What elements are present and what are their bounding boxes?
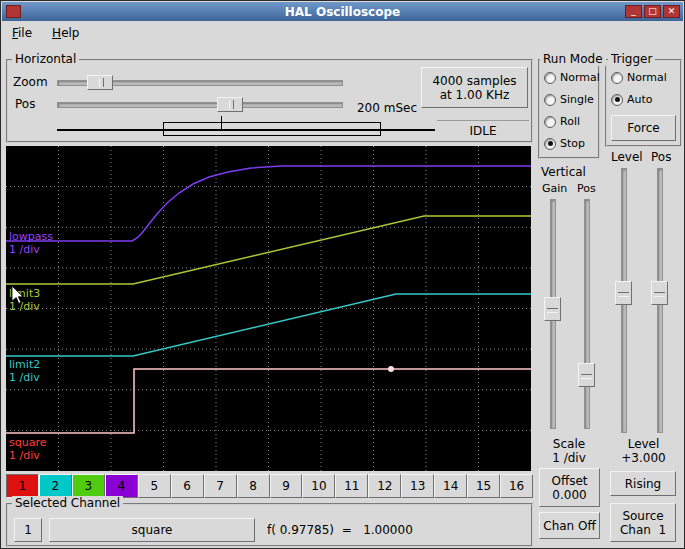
channel-button-16[interactable]: 16 [500,474,533,498]
record-view-window[interactable] [163,122,381,136]
offset-button[interactable]: Offset 0.000 [539,468,600,507]
offset-line-1: Offset [551,474,587,488]
channel-button-11[interactable]: 11 [335,474,368,498]
trigger-pos-slider-handle[interactable] [651,281,668,305]
channel-button-5[interactable]: 5 [138,474,171,498]
trigger-point-marker [388,366,394,372]
trigger-level-title: Level [605,437,682,451]
channel-button-15[interactable]: 15 [467,474,500,498]
trigger-level-slider-label: Level [611,150,643,164]
radio-dot [544,116,556,128]
radio-dot [611,72,623,84]
selected-channel-source-button[interactable]: square [49,518,255,542]
titlebar[interactable]: HAL Oscilloscope _ □ ✕ [2,2,683,21]
trigger-edge-button[interactable]: Rising [610,471,676,496]
radio-label: Normal [627,71,667,84]
channel-button-1[interactable]: 1 [6,474,39,498]
rate-line-1: 200 mSec [339,101,417,116]
radio-dot [611,94,623,106]
hpos-slider-track[interactable] [57,102,343,108]
vertical-group-label: Vertical [541,165,586,179]
trigger-pos-slider-label: Pos [651,150,671,164]
source-line-2: Chan 1 [620,523,666,537]
channel-button-7[interactable]: 7 [204,474,237,498]
run-mode-roll-radio[interactable]: Roll [544,115,580,128]
mouse-cursor [11,285,27,307]
samples-button[interactable]: 4000 samples at 1.00 KHz [421,67,528,108]
vpos-slider-label: Pos [577,182,596,195]
minimize-button[interactable]: _ [625,5,642,18]
radio-dot [544,94,556,106]
trace-label-limit2: limit21 /div [9,358,40,384]
source-line-1: Source [622,509,663,523]
menubar: File Help [2,21,683,45]
trigger-position-tick [221,116,222,130]
channel-button-2[interactable]: 2 [39,474,72,498]
channel-buttons-row: 12345678910111213141516 [6,474,533,498]
menu-file[interactable]: File [12,26,32,40]
selected-channel-number-button[interactable]: 1 [14,518,42,542]
channel-button-10[interactable]: 10 [302,474,335,498]
trigger-normal-radio[interactable]: Normal [611,71,667,84]
offset-line-2: 0.000 [552,488,586,502]
channel-button-13[interactable]: 13 [401,474,434,498]
hal-oscilloscope-window: HAL Oscilloscope _ □ ✕ File Help Horizon… [0,0,685,549]
trigger-source-button[interactable]: Source Chan 1 [610,503,676,542]
zoom-slider-handle[interactable] [87,75,113,90]
gain-slider-handle[interactable] [544,297,561,321]
trigger-level-slider-handle[interactable] [615,281,632,305]
hpos-label: Pos [15,97,35,111]
gain-slider-label: Gain [542,182,567,195]
trigger-auto-radio[interactable]: Auto [611,93,653,106]
channel-button-9[interactable]: 9 [270,474,303,498]
radio-label: Auto [627,93,653,106]
radio-dot [544,72,556,84]
run-mode-stop-radio[interactable]: Stop [544,137,585,150]
trace-label-square: square1 /div [9,436,46,462]
scope-display[interactable]: lowpass1 /divlimit31 /divlimit21 /divsqu… [6,146,531,471]
channel-button-8[interactable]: 8 [237,474,270,498]
channel-button-12[interactable]: 12 [368,474,401,498]
scope-canvas [6,146,531,471]
channel-button-3[interactable]: 3 [72,474,105,498]
force-button[interactable]: Force [611,115,676,141]
trace-label-lowpass: lowpass1 /div [9,230,53,256]
menu-help[interactable]: Help [52,26,79,40]
samples-line-2: at 1.00 KHz [440,88,510,102]
hpos-slider-handle[interactable] [217,97,243,112]
radio-label: Single [560,93,594,106]
trigger-level-value: +3.000 [605,451,682,465]
chan-off-button[interactable]: Chan Off [539,512,600,539]
window-controls: _ □ ✕ [625,5,680,18]
selected-channel-readout: f( 0.97785) = 1.00000 [267,523,413,537]
trigger-frame-label: Trigger [608,52,655,66]
run-mode-single-radio[interactable]: Single [544,93,594,106]
radio-label: Normal [560,71,600,84]
status-label: IDLE [437,124,529,138]
close-button[interactable]: ✕ [663,5,680,18]
horizontal-frame-label: Horizontal [12,52,79,66]
status-separator [437,120,529,121]
window-title: HAL Oscilloscope [2,5,683,19]
run-mode-frame-label: Run Mode [540,52,606,66]
vpos-slider-track[interactable] [584,199,590,429]
trace-lowpass [6,166,531,241]
radio-label: Stop [560,137,585,150]
channel-button-14[interactable]: 14 [434,474,467,498]
vpos-slider-handle[interactable] [578,363,595,387]
zoom-label: Zoom [13,75,48,89]
scale-title: Scale [537,437,601,451]
run-mode-normal-radio[interactable]: Normal [544,71,600,84]
maximize-button[interactable]: □ [644,5,661,18]
channel-button-6[interactable]: 6 [171,474,204,498]
radio-dot [544,138,556,150]
samples-line-1: 4000 samples [432,74,516,88]
scale-value: 1 /div [537,451,601,465]
channel-button-4[interactable]: 4 [105,474,138,498]
radio-label: Roll [560,115,580,128]
selected-channel-frame-label: Selected Channel [12,496,123,510]
